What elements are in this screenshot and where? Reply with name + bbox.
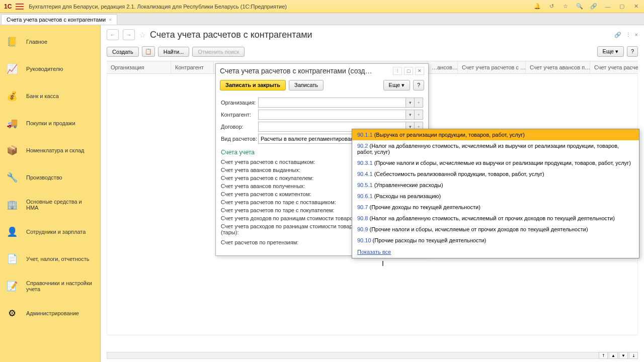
- menu-icon[interactable]: [16, 4, 24, 10]
- scroll-bottom-icon[interactable]: ⤓: [629, 352, 638, 359]
- link-icon[interactable]: 🔗: [590, 3, 598, 11]
- dropdown-item[interactable]: 90.4.1 (Себестоимость реализованной прод…: [352, 168, 639, 179]
- cancel-search-button[interactable]: Отменить поиск: [192, 47, 245, 57]
- sidebar-item-label: Справочники и настройки учета: [26, 280, 95, 292]
- label-contr: Контрагент:: [221, 112, 258, 118]
- label-vid: Вид расчетов:: [221, 136, 258, 142]
- sidebar-item-manager[interactable]: 📈Руководителю: [0, 55, 100, 82]
- acct-label: Счет учета авансов полученных:: [221, 183, 369, 189]
- acct-label: Счет учета расходов по разницам стоимост…: [221, 223, 369, 235]
- acct-label: Счет расчетов по претензиям:: [221, 239, 369, 245]
- doc-icon: 📄: [5, 252, 19, 266]
- account-dropdown: 90.1.1 (Выручка от реализации продукции,…: [352, 129, 639, 258]
- col-contr[interactable]: Контрагент: [171, 61, 214, 73]
- person-icon: 👤: [5, 225, 19, 239]
- acct-label: Счет учета расчетов по таре с покупателе…: [221, 207, 369, 213]
- label-org: Организация:: [221, 100, 258, 106]
- sidebar-item-staff[interactable]: 👤Сотрудники и зарплата: [0, 218, 100, 245]
- money-icon: 💰: [5, 89, 19, 103]
- col-7[interactable]: Счет учета авансов п…: [526, 61, 590, 73]
- search-icon[interactable]: 🔍: [576, 3, 584, 11]
- close-icon[interactable]: ✕: [632, 3, 640, 11]
- box-icon: 📦: [5, 143, 19, 157]
- sidebar-item-label: Банк и касса: [26, 93, 95, 99]
- history-icon[interactable]: ↺: [547, 3, 555, 11]
- chart-icon: 📈: [5, 62, 19, 76]
- forward-button[interactable]: →: [123, 29, 135, 40]
- dropdown-item[interactable]: 90.6.1 (Расходы на реализацию): [352, 191, 639, 202]
- building-icon: 🏢: [5, 198, 19, 212]
- copy-button[interactable]: 📋: [142, 46, 155, 57]
- acct-label: Счет учета расчетов с комитентом:: [221, 191, 369, 197]
- org-input[interactable]: [258, 98, 406, 108]
- sidebar-item-bank[interactable]: 💰Банк и касса: [0, 82, 100, 110]
- sidebar-item-ref[interactable]: 📝Справочники и настройки учета: [0, 273, 100, 300]
- dropdown-item[interactable]: 90.3.1 (Прочие налоги и сборы, исчисляем…: [352, 157, 639, 168]
- col-org[interactable]: Организация: [107, 61, 171, 73]
- more-button[interactable]: Еще ▾: [597, 46, 624, 57]
- maximize-icon[interactable]: ▢: [618, 3, 626, 11]
- window-title: Бухгалтерия для Беларуси, редакция 2.1. …: [29, 4, 287, 10]
- menu-icon[interactable]: ⋮: [393, 67, 402, 75]
- dropdown-item[interactable]: 90.8 (Налог на добавленную стоимость, ис…: [352, 213, 639, 224]
- sidebar-item-label: Сотрудники и зарплата: [26, 229, 95, 235]
- col-6[interactable]: Счет учета расчетов с …: [458, 61, 526, 73]
- sidebar-item-main[interactable]: 📒Главное: [0, 28, 100, 55]
- dropdown-icon[interactable]: ▾: [406, 98, 415, 108]
- save-button[interactable]: Записать: [289, 80, 324, 90]
- contr-input[interactable]: [258, 110, 406, 120]
- dropdown-item[interactable]: 90.10 (Прочие расходы по текущей деятель…: [352, 235, 639, 246]
- dropdown-item[interactable]: 90.2 (Налог на добавленную стоимость, ис…: [352, 140, 639, 157]
- open-icon[interactable]: ▫: [415, 110, 423, 120]
- dropdown-item[interactable]: 90.9 (Прочие налоги и сборы, исчисляемые…: [352, 224, 639, 235]
- col-8[interactable]: Счет учета расчет: [590, 61, 638, 73]
- close-panel-icon[interactable]: ×: [635, 32, 638, 38]
- titlebar: 1С Бухгалтерия для Беларуси, редакция 2.…: [0, 0, 644, 13]
- dropdown-icon[interactable]: ▾: [406, 110, 415, 120]
- acct-label: Счет учета расчетов с поставщиком:: [221, 159, 369, 165]
- open-icon[interactable]: ▫: [415, 98, 423, 108]
- bell-icon[interactable]: 🔔: [533, 3, 541, 11]
- sidebar-item-label: Учет, налоги, отчетность: [26, 256, 95, 262]
- label-dog: Договор:: [221, 124, 258, 130]
- col-5[interactable]: …ансов…: [428, 61, 458, 73]
- dropdown-item[interactable]: 90.7 (Прочие доходы по текущей деятельно…: [352, 202, 639, 213]
- dropdown-item[interactable]: 90.5.1 (Управленческие расходы): [352, 179, 639, 191]
- sidebar-item-sales[interactable]: 🚚Покупки и продажи: [0, 110, 100, 137]
- tab-label: Счета учета расчетов с контрагентами: [7, 17, 106, 23]
- back-button[interactable]: ←: [107, 29, 119, 40]
- gear-icon: ⚙: [5, 306, 19, 320]
- menu-dots-icon[interactable]: ⋮: [625, 32, 631, 38]
- scroll-top-icon[interactable]: ⤒: [599, 352, 608, 359]
- favorite-icon[interactable]: ☆: [139, 30, 146, 40]
- sidebar-item-label: Администрирование: [26, 310, 95, 316]
- dialog-help-button[interactable]: ?: [413, 80, 424, 90]
- save-close-button[interactable]: Записать и закрыть: [220, 80, 286, 90]
- sidebar-item-prod[interactable]: 🔧Производство: [0, 164, 100, 191]
- link-icon[interactable]: 🔗: [614, 32, 621, 38]
- dialog-more-button[interactable]: Еще ▾: [383, 80, 410, 90]
- find-button[interactable]: Найти...: [158, 47, 190, 57]
- sidebar-item-tax[interactable]: 📄Учет, налоги, отчетность: [0, 245, 100, 273]
- dropdown-item[interactable]: 90.1.1 (Выручка от реализации продукции,…: [352, 129, 639, 140]
- minimize-icon[interactable]: —: [604, 3, 612, 11]
- sidebar-item-stock[interactable]: 📦Номенклатура и склад: [0, 137, 100, 164]
- tab-accounts[interactable]: Счета учета расчетов с контрагентами ×: [1, 14, 117, 25]
- scrollbar[interactable]: [107, 352, 638, 359]
- dialog-title: Счета учета расчетов с контрагентами (со…: [220, 67, 389, 75]
- scroll-down-icon[interactable]: ▼: [619, 352, 628, 359]
- sidebar-item-admin[interactable]: ⚙Администрирование: [0, 300, 100, 327]
- maximize-icon[interactable]: ▢: [404, 67, 413, 75]
- scroll-up-icon[interactable]: ▲: [609, 352, 618, 359]
- logo: 1С: [4, 3, 12, 10]
- book-icon: 📒: [5, 35, 19, 49]
- create-button[interactable]: Создать: [107, 47, 139, 57]
- close-icon[interactable]: ✕: [415, 67, 424, 75]
- show-all-link[interactable]: Показать все: [352, 246, 639, 258]
- help-button[interactable]: ?: [627, 46, 638, 57]
- star-icon[interactable]: ☆: [561, 3, 570, 11]
- sidebar-item-label: Номенклатура и склад: [26, 147, 95, 153]
- tools-icon: 🔧: [5, 170, 19, 185]
- tab-close-icon[interactable]: ×: [109, 17, 112, 23]
- sidebar-item-assets[interactable]: 🏢Основные средства и НМА: [0, 191, 100, 218]
